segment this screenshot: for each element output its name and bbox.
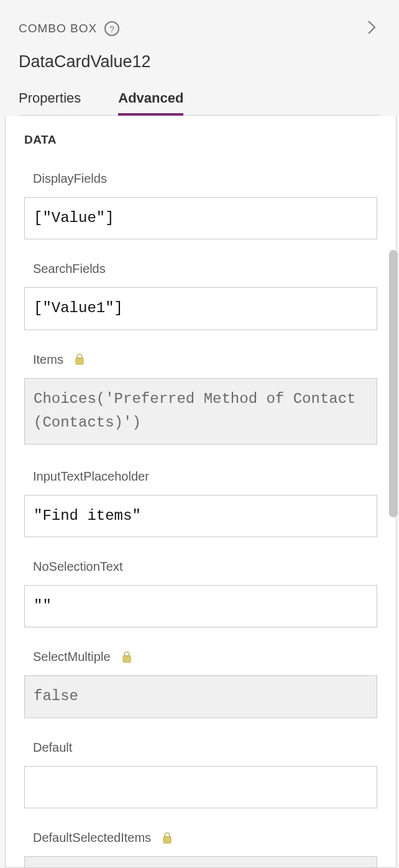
input-text-placeholder-input[interactable] (24, 495, 377, 537)
svg-rect-1 (123, 656, 131, 662)
section-data-title: DATA (24, 133, 377, 147)
control-type-label: COMBO BOX (19, 22, 97, 35)
items-input[interactable]: Choices('Preferred Method of Contact (Co… (24, 378, 377, 445)
control-name: DataCardValue12 (19, 52, 380, 72)
default-input[interactable] (24, 766, 377, 808)
property-label-default: Default (33, 741, 72, 755)
select-multiple-input[interactable] (24, 675, 377, 718)
property-items: Items Choices('Preferred Method of Conta… (24, 353, 377, 447)
property-label-items: Items (33, 353, 63, 367)
property-label-input-text-placeholder: InputTextPlaceholder (33, 469, 149, 484)
property-label-no-selection-text: NoSelectionText (33, 560, 123, 574)
property-search-fields: SearchFields (24, 262, 377, 330)
properties-panel-wrapper: DATA DisplayFields SearchFields Items Ch… (5, 116, 397, 868)
scrollbar-thumb[interactable] (389, 250, 398, 517)
control-type-row: COMBO BOX ? (19, 16, 380, 41)
property-default-selected-items: DefaultSelectedItems (24, 831, 377, 868)
tab-advanced[interactable]: Advanced (118, 90, 183, 115)
property-label-search-fields: SearchFields (33, 262, 106, 276)
property-label-display-fields: DisplayFields (33, 172, 107, 186)
property-label-default-selected-items: DefaultSelectedItems (33, 831, 151, 845)
svg-rect-2 (163, 837, 171, 843)
help-icon[interactable]: ? (104, 21, 119, 36)
lock-icon (75, 354, 85, 365)
tabs: Properties Advanced (19, 90, 380, 116)
property-default: Default (24, 741, 377, 808)
property-input-text-placeholder: InputTextPlaceholder (24, 469, 377, 537)
property-no-selection-text: NoSelectionText (24, 560, 377, 627)
tab-properties[interactable]: Properties (19, 90, 81, 115)
control-type-left: COMBO BOX ? (19, 21, 119, 36)
properties-panel: DATA DisplayFields SearchFields Items Ch… (6, 116, 396, 868)
display-fields-input[interactable] (24, 197, 377, 239)
properties-pane-header: COMBO BOX ? DataCardValue12 Properties A… (0, 0, 399, 116)
lock-icon (162, 833, 172, 844)
default-selected-items-input[interactable] (24, 856, 377, 868)
chevron-right-icon[interactable] (363, 16, 380, 41)
no-selection-text-input[interactable] (24, 585, 377, 627)
svg-rect-0 (76, 358, 83, 364)
property-select-multiple: SelectMultiple (24, 650, 377, 718)
lock-icon (122, 652, 132, 663)
search-fields-input[interactable] (24, 287, 377, 330)
property-label-select-multiple: SelectMultiple (33, 650, 111, 664)
property-display-fields: DisplayFields (24, 172, 377, 239)
